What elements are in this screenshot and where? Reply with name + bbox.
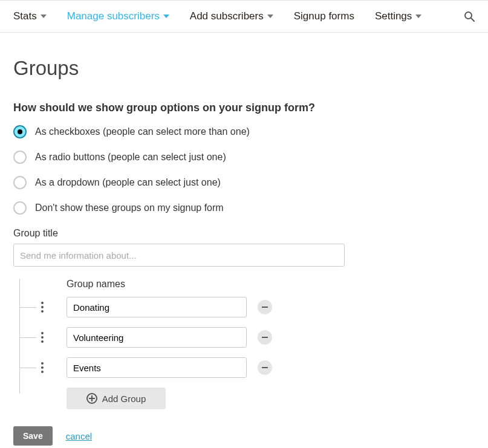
remove-group-button[interactable] (258, 360, 272, 375)
group-names-tree: Group names Add Group (13, 279, 475, 409)
radio-label: As radio buttons (people can select just… (35, 152, 226, 163)
remove-group-button[interactable] (258, 330, 272, 345)
group-title-input[interactable] (13, 244, 345, 267)
caret-down-icon (41, 15, 47, 18)
radio-option-checkboxes[interactable]: As checkboxes (people can select more th… (13, 125, 475, 138)
page-title: Groups (13, 57, 475, 80)
caret-down-icon (267, 15, 273, 18)
caret-down-icon (415, 15, 421, 18)
drag-handle-icon[interactable] (41, 332, 44, 343)
group-title-label: Group title (13, 228, 475, 239)
group-name-row (53, 297, 475, 317)
group-name-input[interactable] (67, 297, 247, 317)
nav-label: Stats (13, 10, 37, 22)
nav-label: Manage subscribers (67, 10, 160, 22)
form-actions: Save cancel (13, 426, 475, 446)
drag-handle-icon[interactable] (41, 302, 44, 313)
radio-option-radio-buttons[interactable]: As radio buttons (people can select just… (13, 151, 475, 164)
radio-icon (13, 125, 27, 138)
nav-signup-forms[interactable]: Signup forms (294, 10, 354, 22)
nav-stats[interactable]: Stats (13, 10, 47, 22)
add-group-label: Add Group (102, 394, 146, 404)
group-name-input[interactable] (67, 327, 247, 348)
nav-label: Settings (375, 10, 412, 22)
form-question: How should we show group options on your… (13, 102, 475, 114)
group-name-row (53, 327, 475, 348)
minus-icon (262, 307, 268, 308)
nav-label: Add subscribers (190, 10, 264, 22)
caret-down-icon (163, 15, 169, 18)
radio-icon (13, 176, 27, 189)
radio-icon (13, 201, 27, 215)
minus-icon (262, 367, 268, 368)
group-names-label: Group names (67, 279, 475, 290)
save-button[interactable]: Save (13, 426, 53, 446)
radio-label: As a dropdown (people can select just on… (35, 177, 221, 188)
search-icon[interactable] (464, 11, 475, 22)
drag-handle-icon[interactable] (41, 362, 44, 373)
group-name-row (53, 357, 475, 378)
nav-manage-subscribers[interactable]: Manage subscribers (67, 10, 169, 22)
radio-label: Don't show these groups on my signup for… (35, 203, 224, 213)
radio-icon (13, 151, 27, 164)
radio-label: As checkboxes (people can select more th… (35, 126, 250, 137)
group-name-input[interactable] (67, 357, 247, 378)
nav-add-subscribers[interactable]: Add subscribers (190, 10, 273, 22)
nav-label: Signup forms (294, 10, 354, 22)
plus-circle-icon (86, 393, 97, 404)
add-group-button[interactable]: Add Group (67, 388, 166, 409)
content: Groups How should we show group options … (0, 33, 488, 448)
cancel-link[interactable]: cancel (66, 431, 92, 441)
remove-group-button[interactable] (258, 300, 272, 314)
radio-option-dropdown[interactable]: As a dropdown (people can select just on… (13, 176, 475, 189)
radio-option-dont-show[interactable]: Don't show these groups on my signup for… (13, 201, 475, 215)
nav-settings[interactable]: Settings (375, 10, 421, 22)
svg-line-1 (471, 18, 474, 21)
top-nav: Stats Manage subscribers Add subscribers… (0, 0, 488, 33)
minus-icon (262, 337, 268, 338)
